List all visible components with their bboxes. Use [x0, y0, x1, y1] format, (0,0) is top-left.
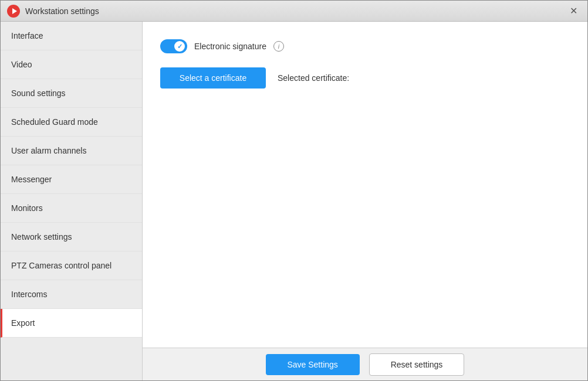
- electronic-signature-row: ✓ Electronic signature i: [160, 39, 570, 53]
- window-title: Workstation settings: [25, 6, 565, 16]
- sidebar-item-sound-settings[interactable]: Sound settings: [1, 79, 142, 108]
- sidebar-item-user-alarm-channels[interactable]: User alarm channels: [1, 137, 142, 165]
- electronic-signature-label: Electronic signature: [194, 42, 266, 51]
- close-button[interactable]: ✕: [565, 3, 582, 19]
- info-icon[interactable]: i: [273, 41, 284, 52]
- main-content: ✓ Electronic signature i Select a certif…: [143, 22, 587, 380]
- selected-certificate-label: Selected certificate:: [278, 73, 349, 83]
- sidebar-item-video[interactable]: Video: [1, 50, 142, 79]
- toggle-track: ✓: [160, 39, 187, 53]
- electronic-signature-toggle[interactable]: ✓: [160, 39, 187, 53]
- sidebar-item-scheduled-guard-mode[interactable]: Scheduled Guard mode: [1, 108, 142, 137]
- sidebar-item-export[interactable]: Export: [1, 309, 142, 338]
- sidebar-item-messenger[interactable]: Messenger: [1, 165, 142, 194]
- window-body: Interface Video Sound settings Scheduled…: [1, 22, 587, 380]
- select-certificate-button[interactable]: Select a certificate: [160, 67, 266, 89]
- app-logo-icon: [6, 4, 21, 18]
- title-bar: Workstation settings ✕: [1, 1, 587, 22]
- sidebar-item-network-settings[interactable]: Network settings: [1, 223, 142, 251]
- toggle-thumb: ✓: [174, 41, 185, 52]
- reset-settings-button[interactable]: Reset settings: [369, 353, 465, 376]
- footer: Save Settings Reset settings: [143, 348, 587, 380]
- content-area: ✓ Electronic signature i Select a certif…: [143, 22, 587, 348]
- workstation-settings-window: Workstation settings ✕ Interface Video S…: [0, 0, 588, 381]
- sidebar-item-ptz-cameras-control-panel[interactable]: PTZ Cameras control panel: [1, 251, 142, 280]
- sidebar: Interface Video Sound settings Scheduled…: [1, 22, 143, 380]
- toggle-check-icon: ✓: [177, 43, 183, 50]
- sidebar-item-interface[interactable]: Interface: [1, 22, 142, 50]
- sidebar-item-intercoms[interactable]: Intercoms: [1, 280, 142, 309]
- save-settings-button[interactable]: Save Settings: [266, 354, 360, 375]
- certificate-row: Select a certificate Selected certificat…: [160, 67, 570, 89]
- sidebar-item-monitors[interactable]: Monitors: [1, 194, 142, 223]
